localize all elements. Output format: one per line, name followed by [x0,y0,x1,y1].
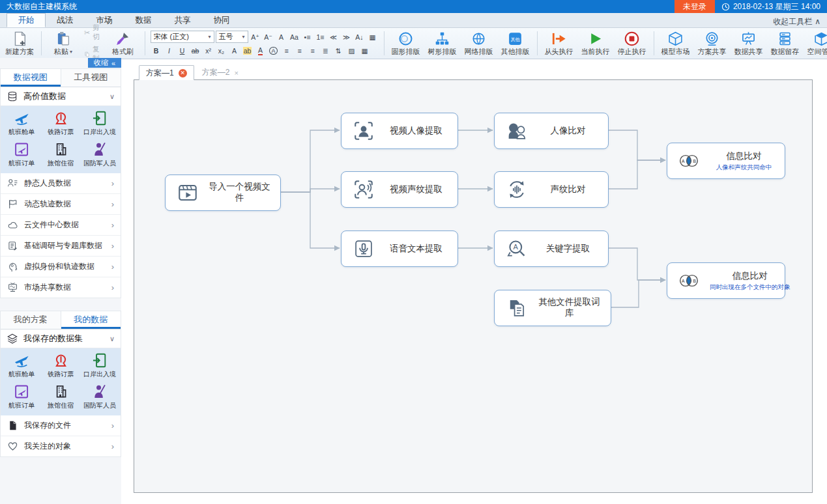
sidebar-tab-我的方案[interactable]: 我的方案 [1,311,61,329]
模型市场-button[interactable]: 模型市场 [658,29,694,58]
dataset-国防军人员[interactable]: 国防军人员 [80,384,119,410]
diagram-canvas[interactable]: 导入一个视频文件视频人像提取视频声纹提取语音文本提取人像比对声纹比对A关键字提取… [134,79,813,493]
树形排版-button[interactable]: 树形排版 [424,29,461,58]
flow-node-info-compare-2[interactable]: AB信息比对同时出现在多个文件中的对象 [667,262,785,299]
other-layout-icon: 其他 [507,31,523,47]
flow-node-import-video[interactable]: 导入一个视频文件 [165,175,281,211]
flow-edge-import-video-to-voiceprint-extract [280,189,340,192]
数据共享-button[interactable]: 数据共享 [731,29,767,58]
align-left-icon[interactable]: ≡ [281,45,293,56]
subscript-icon[interactable]: x₂ [216,45,227,56]
dataset-铁路订票[interactable]: 铁路订票 [41,352,80,379]
flow-node-label: 信息比对 [710,271,791,282]
flow-node-voiceprint-compare[interactable]: 声纹比对 [494,171,609,208]
login-status-badge[interactable]: 未登录 [675,0,715,13]
highlight-icon[interactable]: ab [242,45,254,56]
chevron-right-icon: › [111,441,114,451]
grow-font-icon[interactable]: A⁺ [250,31,261,42]
outdent-icon[interactable]: ≪ [328,31,340,42]
flow-node-info-compare-1[interactable]: AB信息比对人像和声纹共同命中 [667,143,785,179]
indent-icon[interactable]: ≫ [341,31,353,42]
font-size-select[interactable]: 五号▾ [216,31,248,43]
sidebar-item-我关注的对象[interactable]: 我关注的对象› [1,436,121,456]
网络排版-button[interactable]: 网络排版 [461,29,497,58]
flow-node-face-extract[interactable]: 视频人像提取 [341,113,458,149]
停止执行-button[interactable]: 停止执行 [614,29,650,58]
dataset-国防军人员[interactable]: 国防军人员 [80,141,119,168]
方案共享-button[interactable]: 方案共享 [694,29,731,58]
shrink-font-icon[interactable]: A⁻ [263,31,274,42]
format-painter-button[interactable]: 格式刷 [105,29,141,58]
menu-tab-协同[interactable]: 协同 [202,13,241,27]
sidebar-item-我保存的文件[interactable]: 我保存的文件› [1,415,121,436]
sidebar-section-header[interactable]: 高价值数据∨ [1,87,121,106]
underline-icon[interactable]: U [177,45,188,56]
dataset-航班舱单[interactable]: 航班舱单 [2,352,41,379]
sidebar-section-header[interactable]: 我保存的数据集∨ [1,329,121,348]
数据留存-button[interactable]: 数据留存 [767,29,804,58]
effects-icon[interactable]: A [229,45,240,56]
flow-node-face-compare[interactable]: 人像比对 [494,113,609,149]
number-list-icon[interactable]: 1≡ [315,31,326,42]
borders-icon[interactable]: ▦ [359,45,371,56]
shading-icon[interactable]: ▨ [346,45,358,56]
dataset-航班舱单[interactable]: 航班舱单 [2,110,41,137]
workspace-tab-方案—2[interactable]: 方案—2× [196,65,245,80]
sidebar-item-静态人员数据[interactable]: 静态人员数据› [1,173,121,194]
bold-icon[interactable]: B [151,45,162,56]
sidebar-item-基础调研与专题库数据[interactable]: 基础调研与专题库数据› [1,236,121,257]
workspace-tab-方案—1[interactable]: 方案—1✕ [139,65,194,80]
sidebar-item-市场共享数据[interactable]: 市场共享数据› [1,277,121,298]
font-color-icon[interactable]: A [255,45,267,56]
dataset-航班订单[interactable]: 航班订单 [2,384,41,410]
dataset-航班订单[interactable]: 航班订单 [2,141,41,168]
sidebar-panel-tabs: 数据视图工具视图 [1,69,121,87]
new-plan-button[interactable]: 新建方案 [1,29,38,58]
sidebar-item-动态轨迹数据[interactable]: 动态轨迹数据› [1,194,121,215]
sidebar-collapse-button[interactable]: 收缩 « [88,58,121,68]
dataset-口岸出入境[interactable]: 口岸出入境 [80,110,119,137]
italic-icon[interactable]: I [164,45,175,56]
font-family-select[interactable]: 宋体 (正文)▾ [151,31,214,43]
menu-tab-开始[interactable]: 开始 [7,13,46,27]
flow-node-other-files-lexicon[interactable]: 其他文件提取词库 [494,290,611,326]
dataset-旅馆住宿[interactable]: 旅馆住宿 [41,384,80,410]
flow-node-keyword-extract[interactable]: A关键字提取 [494,231,609,267]
close-tab-icon[interactable]: × [234,69,238,77]
sidebar-tab-数据视图[interactable]: 数据视图 [1,69,61,87]
paste-button[interactable]: 粘贴▾ [45,29,81,58]
strike-icon[interactable]: ab [190,45,201,56]
dataset-铁路订票[interactable]: 铁路订票 [41,110,80,137]
圆形排版-button[interactable]: 圆形排版 [388,29,424,58]
double-left-arrow-icon: « [111,59,115,67]
空间管理-button[interactable]: 空间管理 [804,29,827,58]
bullet-list-icon[interactable]: •≡ [302,31,313,42]
sidebar-item-虚拟身份和轨迹数据[interactable]: 虚拟身份和轨迹数据› [1,257,121,277]
justify-icon[interactable]: ≣ [320,45,332,56]
menu-tab-数据[interactable]: 数据 [124,13,163,27]
sidebar-item-云文件中心数据[interactable]: 云文件中心数据› [1,215,121,236]
从头执行-button[interactable]: 从头执行 [541,29,577,58]
其他排版-button[interactable]: 其他其他排版 [497,29,534,58]
case-icon[interactable]: Aa [289,31,300,42]
close-tab-icon[interactable]: ✕ [179,69,187,77]
sort-icon[interactable]: A↓ [354,31,366,42]
align-center-icon[interactable]: ≡ [294,45,306,56]
menu-tab-战法[interactable]: 战法 [46,13,85,27]
align-right-icon[interactable]: ≡ [307,45,319,56]
collapse-toolbar-button[interactable]: 收起工具栏 ∧ [773,15,820,28]
table-icon[interactable]: ▦ [367,31,379,42]
line-spacing-icon[interactable]: ⇅ [333,45,345,56]
sidebar-tab-工具视图[interactable]: 工具视图 [61,69,121,87]
flow-node-speech-text-extract[interactable]: 语音文本提取 [341,231,458,267]
dataset-旅馆住宿[interactable]: 旅馆住宿 [41,141,80,168]
当前执行-button[interactable]: 当前执行 [577,29,614,58]
cut-button[interactable]: ✂剪切 [84,23,102,42]
superscript-icon[interactable]: x² [203,45,214,56]
dataset-口岸出入境[interactable]: 口岸出入境 [80,352,119,379]
menu-tab-共享[interactable]: 共享 [163,13,202,27]
clear-format-icon[interactable]: A [276,31,287,42]
enclose-icon[interactable]: A [268,45,280,56]
sidebar-tab-我的数据[interactable]: 我的数据 [61,311,121,329]
flow-node-voiceprint-extract[interactable]: 视频声纹提取 [341,171,458,208]
